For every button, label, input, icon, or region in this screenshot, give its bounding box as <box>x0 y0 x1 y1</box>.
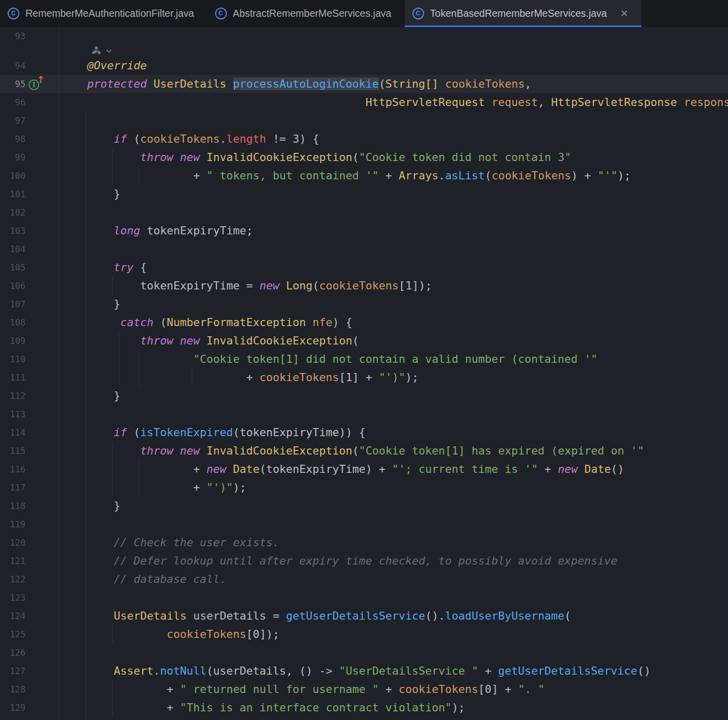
code-line[interactable]: 105 try { <box>0 258 728 277</box>
code-line[interactable]: 103 long tokenExpiryTime; <box>0 222 728 240</box>
code-line[interactable]: 124 UserDetails userDetails = getUserDet… <box>0 607 728 625</box>
overrides-method-icon[interactable]: I↑ <box>29 78 44 91</box>
code-line[interactable]: 106 tokenExpiryTime = new Long(cookieTok… <box>0 277 728 295</box>
line-number[interactable]: 103 <box>0 222 25 240</box>
code-text: // Check the user exists. <box>59 534 279 552</box>
tab-abstractremembermeservices[interactable]: C AbstractRememberMeServices.java <box>207 0 405 27</box>
line-number[interactable]: 95 <box>0 75 25 93</box>
code-line[interactable]: 112 } <box>0 387 728 405</box>
line-number[interactable]: 108 <box>0 313 25 332</box>
code-line[interactable]: 110 "Cookie token[1] did not contain a v… <box>0 350 728 368</box>
code-line[interactable]: 113 <box>0 405 728 423</box>
code-line[interactable]: 97 <box>0 112 728 130</box>
chevron-down-icon[interactable] <box>106 49 112 54</box>
code-text: + new Date(tokenExpiryTime) + "'; curren… <box>59 460 624 478</box>
code-line[interactable]: 108 catch (NumberFormatException nfe) { <box>0 313 728 332</box>
gutter-icon-slot <box>25 167 59 185</box>
code-text: UserDetails userDetails = getUserDetails… <box>59 607 571 625</box>
line-number[interactable]: 122 <box>0 570 25 589</box>
line-number[interactable]: 118 <box>0 497 25 515</box>
line-number[interactable]: 112 <box>0 387 25 405</box>
gutter-icon-slot <box>25 185 59 203</box>
line-number[interactable]: 107 <box>0 295 25 313</box>
gutter-icon-slot <box>25 222 59 240</box>
code-line[interactable]: 123 <box>0 589 728 607</box>
line-number[interactable]: 101 <box>0 185 25 203</box>
line-number[interactable]: 100 <box>0 167 25 185</box>
code-line[interactable]: 107 } <box>0 295 728 313</box>
code-line[interactable]: 111 + cookieTokens[1] + "')"); <box>0 368 728 387</box>
code-line[interactable]: 127 Assert.notNull(userDetails, () -> "U… <box>0 662 728 680</box>
line-number[interactable]: 116 <box>0 460 25 478</box>
code-line[interactable]: 99 throw new InvalidCookieException("Coo… <box>0 148 728 167</box>
tab-remembermeauthenticationfilter[interactable]: C RememberMeAuthenticationFilter.java <box>0 0 207 27</box>
code-line[interactable]: 125 cookieTokens[0]); <box>0 625 728 644</box>
gutter-icon-slot <box>25 423 59 442</box>
line-number[interactable]: 102 <box>0 203 25 222</box>
gutter-icon-slot <box>25 589 59 607</box>
code-line[interactable]: 98 if (cookieTokens.length != 3) { <box>0 130 728 148</box>
line-number[interactable]: 129 <box>0 699 25 717</box>
code-text: catch (NumberFormatException nfe) { <box>59 313 352 332</box>
line-number[interactable]: 113 <box>0 405 25 423</box>
code-line[interactable]: 117 + "')"); <box>0 478 728 497</box>
line-number[interactable]: 110 <box>0 350 25 368</box>
line-number[interactable]: 117 <box>0 478 25 497</box>
line-number[interactable]: 115 <box>0 442 25 460</box>
ai-assistant-button[interactable] <box>91 45 112 57</box>
code-text: + " tokens, but contained '" + Arrays.as… <box>59 167 631 185</box>
code-line[interactable]: 120 // Check the user exists. <box>0 534 728 552</box>
code-line[interactable]: 114 if (isTokenExpired(tokenExpiryTime))… <box>0 423 728 442</box>
line-number[interactable]: 98 <box>0 130 25 148</box>
line-number[interactable]: 104 <box>0 240 25 258</box>
code-text: // database call. <box>59 570 226 589</box>
code-line[interactable]: 129 + "This is an interface contract vio… <box>0 699 728 717</box>
line-number[interactable]: 94 <box>0 57 25 75</box>
line-number[interactable]: 109 <box>0 332 25 350</box>
gutter-icon-slot <box>25 295 59 313</box>
code-text: + "')"); <box>59 478 246 497</box>
code-text: HttpServletRequest request, HttpServletR… <box>59 93 728 112</box>
line-number[interactable]: 105 <box>0 258 25 277</box>
line-number[interactable]: 123 <box>0 589 25 607</box>
code-line[interactable]: 128 + " returned null for username " + c… <box>0 680 728 699</box>
line-number[interactable]: 126 <box>0 644 25 662</box>
code-text: + cookieTokens[1] + "')"); <box>59 368 419 387</box>
code-line[interactable]: 102 <box>0 203 728 222</box>
line-number[interactable]: 97 <box>0 112 25 130</box>
line-number[interactable]: 125 <box>0 625 25 644</box>
code-line[interactable]: 121 // Defer lookup until after expiry t… <box>0 552 728 570</box>
code-line[interactable]: 116 + new Date(tokenExpiryTime) + "'; cu… <box>0 460 728 478</box>
line-number[interactable]: 111 <box>0 368 25 387</box>
line-number[interactable]: 99 <box>0 148 25 167</box>
code-text: throw new InvalidCookieException("Cookie… <box>59 442 644 460</box>
line-number[interactable]: 127 <box>0 662 25 680</box>
code-line[interactable]: 118 } <box>0 497 728 515</box>
gutter-icon-slot <box>25 515 59 534</box>
line-number[interactable]: 106 <box>0 277 25 295</box>
line-number[interactable]: 128 <box>0 680 25 699</box>
close-icon[interactable]: ✕ <box>620 9 628 18</box>
line-number[interactable]: 114 <box>0 423 25 442</box>
line-number[interactable]: 120 <box>0 534 25 552</box>
gutter-icon-slot <box>25 57 59 75</box>
code-line[interactable]: 96 HttpServletRequest request, HttpServl… <box>0 93 728 112</box>
code-line[interactable]: 94 @Override <box>0 57 728 75</box>
code-line[interactable]: 122 // database call. <box>0 570 728 589</box>
code-line[interactable]: 104 <box>0 240 728 258</box>
line-number[interactable]: 121 <box>0 552 25 570</box>
code-line[interactable]: 126 <box>0 644 728 662</box>
line-number[interactable]: 96 <box>0 93 25 112</box>
tab-tokenbasedremembermeservices[interactable]: C TokenBasedRememberMeServices.java ✕ <box>405 0 642 27</box>
code-line[interactable]: 95I↑ protected UserDetails processAutoLo… <box>0 75 728 93</box>
line-number[interactable]: 119 <box>0 515 25 534</box>
code-line[interactable]: 93 <box>0 27 728 45</box>
code-line[interactable]: 100 + " tokens, but contained '" + Array… <box>0 167 728 185</box>
line-number[interactable]: 93 <box>0 27 25 45</box>
code-line[interactable]: 109 throw new InvalidCookieException( <box>0 332 728 350</box>
line-number[interactable]: 124 <box>0 607 25 625</box>
code-line[interactable]: 115 throw new InvalidCookieException("Co… <box>0 442 728 460</box>
code-line[interactable]: 119 <box>0 515 728 534</box>
code-editor[interactable]: 9394 @Override95I↑ protected UserDetails… <box>0 27 728 720</box>
code-line[interactable]: 101 } <box>0 185 728 203</box>
